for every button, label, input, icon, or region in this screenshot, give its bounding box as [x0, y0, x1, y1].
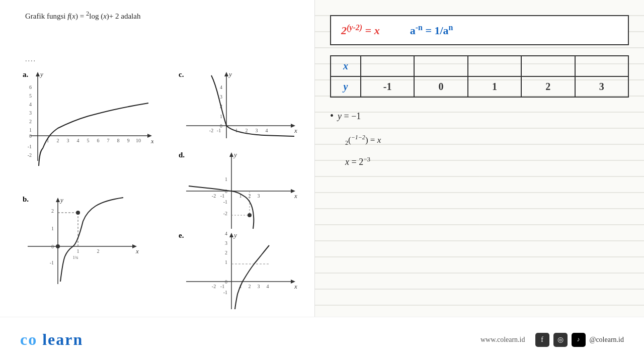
- svg-text:0: 0: [225, 279, 227, 285]
- svg-text:2: 2: [246, 128, 248, 133]
- svg-text:7: 7: [107, 138, 110, 143]
- graph-d-svg: y x 0 1 -1 -2 -2 -1 1 2 3: [181, 151, 302, 231]
- svg-text:-1: -1: [220, 193, 224, 199]
- solution-line-1: • y = −1: [330, 106, 381, 126]
- table-cell-x2: [414, 56, 467, 76]
- svg-text:y: y: [233, 231, 237, 239]
- svg-text:x: x: [150, 137, 153, 145]
- graph-a-svg: y x 0 1 2 3 4 5 6 -1 -2 1 2 3 4 5 6 7 8 …: [23, 70, 153, 176]
- svg-text:-2: -2: [223, 211, 227, 216]
- svg-text:2: 2: [249, 284, 251, 289]
- svg-text:-2: -2: [28, 152, 32, 158]
- svg-text:3: 3: [258, 284, 260, 289]
- svg-text:-1: -1: [50, 260, 54, 265]
- graph-c-svg: y x 0 1 2 3 4 -2 -1 1 2 3 4: [181, 70, 302, 146]
- social-handle: @colearn.id: [590, 336, 624, 344]
- equation-blue: a-n = 1/an: [410, 23, 453, 37]
- svg-text:1: 1: [225, 259, 227, 265]
- table-row-y: y -1 0 1 2 3: [331, 76, 628, 97]
- svg-text:-2: -2: [209, 128, 213, 133]
- svg-text:y: y: [59, 196, 63, 204]
- table-cell-y1: -1: [361, 76, 414, 97]
- problem-statement: Grafik fungsi f(x) = 2log (x)+ 2 adalah: [25, 10, 140, 21]
- table-header-y: y: [331, 76, 361, 97]
- svg-marker-2: [36, 72, 40, 76]
- svg-text:3: 3: [67, 138, 69, 143]
- graph-c: y x 0 1 2 3 4 -2 -1 1 2 3 4: [181, 70, 302, 146]
- right-panel: 2(y-2) = x a-n = 1/an x y -1 0 1 2 3: [314, 0, 644, 317]
- svg-text:-1: -1: [220, 284, 224, 289]
- table-header-x: x: [331, 56, 361, 76]
- equation-box: 2(y-2) = x a-n = 1/an: [330, 15, 629, 45]
- svg-text:4: 4: [29, 102, 32, 107]
- svg-text:6: 6: [29, 84, 32, 90]
- svg-text:1: 1: [29, 127, 32, 133]
- table-cell-x4: [521, 56, 575, 76]
- tiktok-icon: ♪: [572, 333, 586, 347]
- graph-e-svg: y x 0 1 2 3 4 -1 -2 -1 1 2 3 4: [181, 231, 302, 312]
- svg-text:y: y: [39, 70, 43, 78]
- svg-point-76: [248, 213, 252, 217]
- svg-text:-2: -2: [212, 193, 216, 199]
- svg-text:10: 10: [136, 138, 141, 143]
- equation-red: 2(y-2) = x: [341, 23, 380, 37]
- solution-line-2: 2(−1−2) = x: [345, 130, 381, 149]
- dots: ....: [25, 55, 36, 63]
- svg-text:5: 5: [87, 138, 90, 143]
- svg-text:2: 2: [97, 248, 100, 254]
- table-container: x y -1 0 1 2 3: [330, 55, 629, 98]
- table-cell-y3: 1: [468, 76, 521, 97]
- svg-text:3: 3: [225, 240, 227, 246]
- brand-logo: co learn: [20, 330, 83, 349]
- table-cell-y5: 3: [575, 76, 628, 97]
- svg-text:4: 4: [267, 284, 269, 289]
- svg-text:2: 2: [57, 138, 59, 143]
- social-icons: f ◎ ♪ @colearn.id: [535, 333, 624, 347]
- svg-text:1: 1: [51, 226, 54, 231]
- footer: co learn www.colearn.id f ◎ ♪ @colearn.i…: [0, 317, 644, 362]
- left-panel: Grafik fungsi f(x) = 2log (x)+ 2 adalah …: [0, 0, 312, 317]
- svg-text:3: 3: [220, 94, 222, 100]
- svg-text:1: 1: [77, 248, 79, 254]
- table-cell-y4: 2: [521, 76, 575, 97]
- data-table: x y -1 0 1 2 3: [330, 55, 629, 98]
- graph-b-svg: y x 0 1 2 -1 1 2 1¾: [23, 196, 143, 297]
- svg-text:x: x: [135, 247, 139, 255]
- graph-d: y x 0 1 -1 -2 -2 -1 1 2 3: [181, 151, 302, 231]
- svg-text:2: 2: [29, 119, 32, 124]
- graph-e: y x 0 1 2 3 4 -1 -2 -1 1 2 3 4: [181, 231, 302, 312]
- svg-text:4: 4: [220, 84, 222, 90]
- table-cell-x5: [575, 56, 628, 76]
- solution-work: • y = −1 2(−1−2) = x x = 2−3: [330, 106, 381, 171]
- svg-point-40: [76, 211, 80, 215]
- solution-line-3: x = 2−3: [345, 153, 381, 171]
- svg-text:2: 2: [225, 250, 227, 255]
- svg-text:1: 1: [220, 114, 222, 119]
- table-row-x: x: [331, 56, 628, 76]
- svg-marker-44: [224, 72, 228, 76]
- svg-text:0: 0: [51, 244, 54, 249]
- svg-text:x: x: [294, 127, 297, 134]
- svg-text:-1: -1: [223, 290, 227, 295]
- svg-text:3: 3: [29, 110, 32, 116]
- svg-text:y: y: [228, 70, 232, 78]
- svg-text:-1: -1: [28, 144, 32, 149]
- svg-text:0: 0: [225, 189, 227, 194]
- website-url: www.colearn.id: [480, 336, 525, 344]
- svg-text:8: 8: [117, 138, 120, 143]
- instagram-icon: ◎: [553, 333, 568, 347]
- svg-text:4: 4: [266, 128, 268, 133]
- svg-text:0: 0: [29, 133, 32, 139]
- svg-text:y: y: [233, 151, 237, 158]
- svg-text:4: 4: [77, 138, 79, 143]
- svg-text:-1: -1: [223, 199, 227, 205]
- svg-text:5: 5: [29, 93, 32, 99]
- svg-marker-27: [56, 198, 60, 202]
- svg-text:x: x: [294, 192, 297, 200]
- svg-marker-79: [229, 233, 233, 237]
- svg-text:4: 4: [225, 231, 227, 236]
- table-cell-x3: [468, 56, 521, 76]
- graph-b: y x 0 1 2 -1 1 2 1¾: [23, 196, 143, 302]
- footer-right: www.colearn.id f ◎ ♪ @colearn.id: [480, 333, 624, 347]
- svg-text:2: 2: [51, 208, 54, 214]
